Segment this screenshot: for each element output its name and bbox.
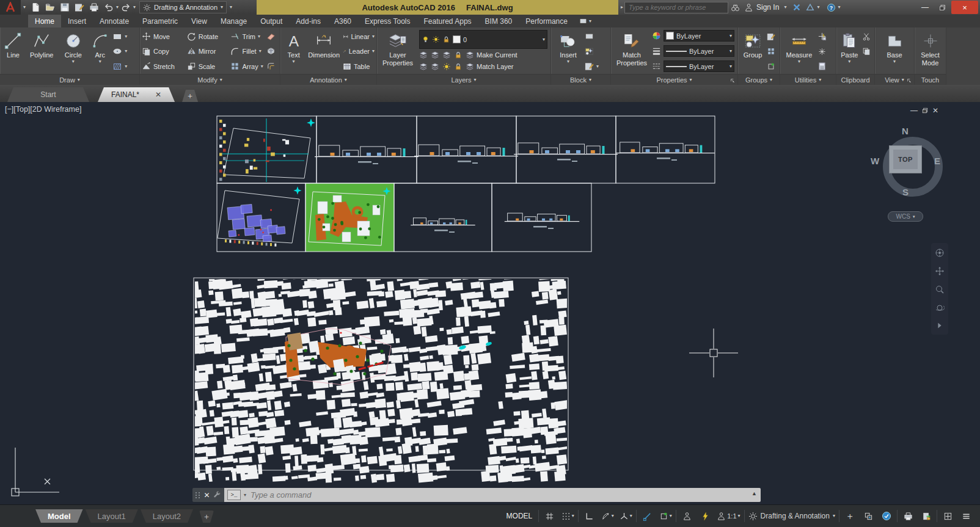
view-dialog-launcher-icon[interactable] <box>906 78 912 84</box>
file-tab-fainal[interactable]: FAINAL* ✕ <box>98 87 175 102</box>
erase-button[interactable] <box>266 31 278 42</box>
open-file-button[interactable] <box>43 1 57 13</box>
hatch-tool-button[interactable]: ▾ <box>112 60 137 72</box>
annotation-scale-button[interactable]: 1:1▾ <box>715 509 741 523</box>
layer-off-icon[interactable] <box>419 51 428 59</box>
dimension-button[interactable]: Dimension <box>306 29 342 74</box>
tab-performance[interactable]: Performance <box>519 15 574 27</box>
search-field[interactable] <box>624 2 728 13</box>
signin-avatar[interactable] <box>742 1 755 13</box>
new-file-button[interactable] <box>28 1 43 13</box>
layer-freeze-icon[interactable] <box>442 51 451 59</box>
copy-button[interactable]: Copy <box>142 46 186 57</box>
quick-calc-button[interactable] <box>817 60 830 72</box>
panel-label-block[interactable]: Block▾ <box>551 74 610 85</box>
annotation-visibility-toggle[interactable] <box>679 509 695 523</box>
search-button[interactable] <box>728 1 742 13</box>
tab-output[interactable]: Output <box>254 15 289 27</box>
annotation-monitor-button[interactable]: ＋ <box>842 509 858 523</box>
paste-button[interactable]: Paste▾ <box>838 29 861 74</box>
move-button[interactable]: Move <box>142 31 186 42</box>
signin-chevron-icon[interactable]: ▾ <box>784 5 786 10</box>
leader-button[interactable]: Leader▾ <box>343 46 375 57</box>
tab-home[interactable]: Home <box>28 15 61 27</box>
redo-button[interactable] <box>119 1 133 13</box>
minimize-button[interactable]: — <box>917 1 933 13</box>
command-history-expand-icon[interactable]: ▲ <box>751 490 757 496</box>
model-space-toggle[interactable]: MODEL <box>503 509 536 523</box>
application-menu-button[interactable] <box>0 0 21 15</box>
select-mode-button[interactable]: Select Mode <box>916 29 944 74</box>
lineweight-select[interactable]: ByLayer▾ <box>664 45 734 57</box>
viewcube-east[interactable]: E <box>934 156 940 166</box>
tab-a360[interactable]: A360 <box>327 15 358 27</box>
rectangle-tool-button[interactable]: ▾ <box>112 31 137 42</box>
viewport-close-icon[interactable]: ✕ <box>932 106 938 115</box>
a360-button[interactable] <box>803 1 817 13</box>
new-drawing-tab-button[interactable]: ＋ <box>182 90 198 102</box>
ortho-toggle[interactable] <box>581 509 597 523</box>
insert-button[interactable]: Insert▾ <box>553 29 583 74</box>
undo-button[interactable] <box>101 1 116 13</box>
orbit-icon[interactable] <box>935 303 945 313</box>
ellipse-tool-button[interactable]: ▾ <box>112 46 137 57</box>
base-button[interactable]: Base▾ <box>880 29 909 74</box>
panel-label-utilities[interactable]: Utilities▾ <box>780 74 836 85</box>
recent-commands-chevron-icon[interactable]: ▾ <box>244 493 246 498</box>
layer-select[interactable]: 0 ▾ <box>419 30 547 49</box>
wcs-selector[interactable]: WCS▾ <box>888 211 923 222</box>
isometric-drafting-toggle[interactable]: ▾ <box>618 509 634 523</box>
layer-thaw-all-icon[interactable] <box>431 62 439 71</box>
command-customize-wrench-icon[interactable] <box>213 491 221 499</box>
offset-button[interactable] <box>266 60 278 72</box>
scale-button[interactable]: Scale <box>187 60 230 72</box>
workspace-switching-button[interactable]: Drafting & Annotation▾ <box>747 509 836 523</box>
viewcube-west[interactable]: W <box>871 156 879 166</box>
layer-isolate-icon[interactable] <box>431 51 439 59</box>
customization-button[interactable] <box>958 509 974 523</box>
viewcube-top-face[interactable]: TOP <box>889 145 922 173</box>
tab-manage[interactable]: Manage <box>214 15 254 27</box>
panel-label-modify[interactable]: Modify▾ <box>140 74 280 85</box>
close-tab-icon[interactable]: ✕ <box>155 90 161 99</box>
ungroup-button[interactable] <box>767 31 778 42</box>
id-point-button[interactable] <box>817 46 830 57</box>
polar-tracking-toggle[interactable]: ▾ <box>599 509 615 523</box>
layout-tab-layout2[interactable]: Layout2 <box>141 509 193 523</box>
infocenter-expand-icon[interactable]: ▸ <box>621 5 623 10</box>
viewport-minimize-icon[interactable]: — <box>910 106 918 115</box>
plot-button[interactable] <box>87 1 101 13</box>
tab-bim-360[interactable]: BIM 360 <box>478 15 519 27</box>
grid-display-toggle[interactable] <box>541 509 557 523</box>
table-button[interactable]: Table <box>343 60 375 72</box>
create-block-button[interactable] <box>585 31 605 42</box>
viewport-restore-icon[interactable] <box>921 107 929 114</box>
define-attributes-button[interactable]: ▾ <box>585 60 605 72</box>
layer-unlock-icon[interactable] <box>454 62 463 71</box>
close-button[interactable]: × <box>951 1 978 14</box>
command-close-icon[interactable]: ✕ <box>203 491 210 500</box>
layer-lock-toggle-icon[interactable] <box>454 51 463 59</box>
app-menu-chevron-icon[interactable]: ▾ <box>23 5 26 10</box>
polyline-button[interactable]: Polyline <box>26 29 58 74</box>
object-snap-toggle[interactable]: ▾ <box>657 509 673 523</box>
snap-mode-toggle[interactable]: ▾ <box>560 509 576 523</box>
measure-button[interactable]: Measure▾ <box>782 29 816 74</box>
object-snap-tracking-toggle[interactable] <box>639 509 655 523</box>
help-button[interactable] <box>824 1 838 13</box>
array-button[interactable]: Array▾ <box>230 60 265 72</box>
ribbon-display-toggle[interactable]: ▾ <box>574 15 596 27</box>
layout-tab-model[interactable]: Model <box>35 509 83 523</box>
command-input[interactable] <box>249 490 761 500</box>
arc-button[interactable]: Arc▾ <box>89 29 111 74</box>
trim-button[interactable]: Trim▾ <box>230 31 265 42</box>
linetype-select[interactable]: ByLayer▾ <box>664 60 734 72</box>
panel-label-draw[interactable]: Draw▾ <box>0 74 139 85</box>
stretch-button[interactable]: Stretch <box>142 60 186 72</box>
tab-parametric[interactable]: Parametric <box>136 15 185 27</box>
panel-label-view[interactable]: View▾ <box>875 74 914 85</box>
panel-label-layers[interactable]: Layers▾ <box>377 74 550 85</box>
tab-featured-apps[interactable]: Featured Apps <box>417 15 478 27</box>
viewport-controls-label[interactable]: [−][Top][2D Wireframe] <box>5 105 81 114</box>
fillet-button[interactable]: Fillet▾ <box>230 46 265 57</box>
